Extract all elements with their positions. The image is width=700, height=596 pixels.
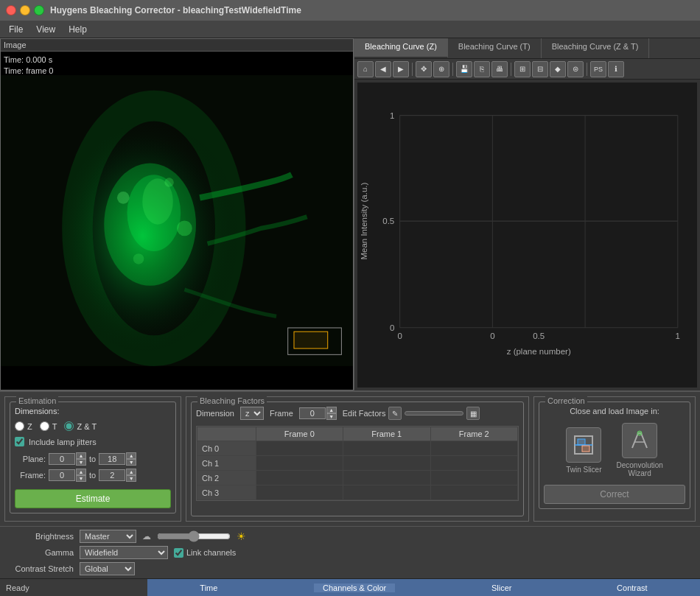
- plane-from-input[interactable]: 0: [49, 453, 75, 465]
- plane-to-up[interactable]: ▲: [126, 452, 136, 459]
- edit-factors-row: Edit Factors ✎ ▦: [343, 407, 480, 420]
- frame-from-up[interactable]: ▲: [76, 469, 86, 475]
- window-controls[interactable]: [6, 5, 44, 15]
- svg-point-7: [177, 221, 192, 236]
- radio-t[interactable]: [40, 421, 49, 431]
- ch2-label: Ch 2: [197, 471, 256, 485]
- plane-to-input[interactable]: 18: [99, 453, 125, 465]
- correct-button[interactable]: Correct: [544, 485, 685, 504]
- radio-z[interactable]: [15, 421, 24, 431]
- gamma-label: Gamma: [7, 548, 74, 557]
- frame-from-container: 0 ▲ ▼: [49, 469, 86, 482]
- toolbar-forward-icon[interactable]: ▶: [393, 61, 409, 77]
- svg-text:0.5: 0.5: [382, 217, 394, 225]
- table-row: Ch 1: [197, 456, 518, 471]
- plane-to-label: to: [89, 455, 96, 463]
- ch1-f0: [256, 456, 343, 471]
- radio-zt-group[interactable]: Z & T: [64, 421, 97, 431]
- bf-frame-up[interactable]: ▲: [326, 407, 337, 413]
- toolbar-grid2-icon[interactable]: ⊟: [532, 61, 548, 77]
- tab-bleaching-t[interactable]: Bleaching Curve (T): [448, 38, 542, 58]
- status-tab-time[interactable]: Time: [191, 583, 226, 592]
- toolbar-ps-icon[interactable]: PS: [590, 61, 606, 77]
- toolbar-grid-icon[interactable]: ⊞: [514, 61, 531, 77]
- ch0-f1: [343, 441, 430, 456]
- frame-to-down[interactable]: ▼: [126, 475, 136, 482]
- bleaching-title: Bleaching Factors: [197, 396, 267, 405]
- bf-frame-input[interactable]: [299, 407, 326, 419]
- toolbar-slider-icon[interactable]: ⊜: [567, 61, 584, 77]
- frame-from-input[interactable]: 0: [49, 469, 75, 481]
- radio-t-group[interactable]: T: [40, 421, 57, 431]
- tab-bleaching-z[interactable]: Bleaching Curve (Z): [354, 38, 448, 58]
- svg-text:z (plane number): z (plane number): [507, 347, 571, 356]
- titlebar: Huygens Bleaching Corrector - bleachingT…: [0, 0, 700, 21]
- contrast-select[interactable]: Global Per Plane: [80, 562, 135, 575]
- toolbar-print-icon[interactable]: 🖶: [491, 61, 508, 77]
- twin-slicer-icon: [572, 433, 595, 457]
- link-channels-checkbox[interactable]: [174, 548, 183, 558]
- status-tab-channels[interactable]: Channels & Color: [314, 583, 395, 592]
- gamma-select[interactable]: Widefield Confocal: [80, 546, 168, 559]
- ch1-label: Ch 1: [197, 456, 256, 471]
- ch2-f2: [430, 471, 518, 485]
- toolbar-pan-icon[interactable]: ✥: [416, 61, 432, 77]
- estimation-panel: Estimation Dimensions: Z T: [4, 396, 181, 522]
- svg-rect-11: [357, 104, 697, 366]
- toolbar-zoom-icon[interactable]: ⊕: [433, 61, 449, 77]
- brightness-row: Brightness Master Channel 0 ☁ ☀: [7, 530, 693, 543]
- frame-to-up[interactable]: ▲: [126, 469, 136, 475]
- edit-factors-slider[interactable]: [405, 411, 463, 416]
- plane-to-down[interactable]: ▼: [126, 459, 136, 466]
- maximize-btn[interactable]: [34, 5, 44, 15]
- twin-slicer-btn[interactable]: [566, 427, 601, 463]
- toolbar-back-icon[interactable]: ◀: [375, 61, 391, 77]
- frame-from-down[interactable]: ▼: [76, 475, 86, 482]
- brightness-select[interactable]: Master Channel 0: [80, 530, 136, 543]
- radio-zt[interactable]: [64, 421, 74, 431]
- plane-from-container: 0 ▲ ▼: [49, 452, 86, 466]
- toolbar-marker-icon[interactable]: ◆: [550, 61, 566, 77]
- edit-factors-btn[interactable]: ✎: [388, 407, 402, 420]
- brightness-label: Brightness: [7, 532, 74, 541]
- deconv-btn[interactable]: [622, 423, 657, 458]
- frame-to-input[interactable]: 2: [99, 469, 125, 481]
- plane-to-spinners: ▲ ▼: [126, 452, 136, 466]
- radio-z-group[interactable]: Z: [15, 421, 32, 431]
- toolbar-save-icon[interactable]: 💾: [456, 61, 472, 77]
- brightness-slider[interactable]: [157, 530, 231, 542]
- statusbar: Ready Time Channels & Color Slicer Contr…: [0, 578, 700, 596]
- ch3-f1: [343, 485, 430, 500]
- svg-point-8: [133, 253, 144, 264]
- dimension-select[interactable]: z t: [240, 407, 264, 420]
- tab-bleaching-zt[interactable]: Bleaching Curve (Z & T): [542, 38, 650, 58]
- toolbar-info-icon[interactable]: ℹ: [608, 61, 624, 77]
- svg-text:0: 0: [390, 323, 394, 332]
- menu-file[interactable]: File: [3, 23, 29, 36]
- bf-frame-down[interactable]: ▼: [326, 413, 337, 420]
- estimate-button[interactable]: Estimate: [15, 489, 171, 508]
- close-btn[interactable]: [6, 5, 16, 15]
- menu-view[interactable]: View: [30, 23, 61, 36]
- cloud-icon: ☁: [142, 531, 151, 541]
- menu-help[interactable]: Help: [63, 23, 93, 36]
- correction-title: Correction: [545, 396, 587, 405]
- plane-from-up[interactable]: ▲: [76, 452, 86, 459]
- toolbar-copy-icon[interactable]: ⎘: [474, 61, 490, 77]
- plane-row: Plane: 0 ▲ ▼ to 18 ▲: [15, 452, 171, 466]
- svg-text:0.5: 0.5: [533, 332, 545, 340]
- status-tab-slicer[interactable]: Slicer: [483, 583, 521, 592]
- chart-area: 0 0 0.5 1 z (plane number) 0 0.5 1 Mean …: [357, 83, 697, 388]
- edit-factors-more[interactable]: ▦: [466, 407, 480, 420]
- twin-slicer-label: Twin Slicer: [566, 466, 601, 474]
- ch1-f1: [343, 456, 430, 471]
- deconv-label: DeconvolutionWizard: [616, 461, 662, 477]
- plane-from-down[interactable]: ▼: [76, 459, 86, 466]
- status-tab-contrast[interactable]: Contrast: [608, 583, 657, 592]
- minimize-btn[interactable]: [20, 5, 30, 15]
- correction-inner: Close and load Image in:: [544, 407, 685, 504]
- toolbar-home-icon[interactable]: ⌂: [357, 61, 374, 77]
- table-row: Ch 2: [197, 471, 518, 485]
- ch1-f2: [430, 456, 518, 471]
- lamp-jitters-checkbox[interactable]: [15, 437, 24, 446]
